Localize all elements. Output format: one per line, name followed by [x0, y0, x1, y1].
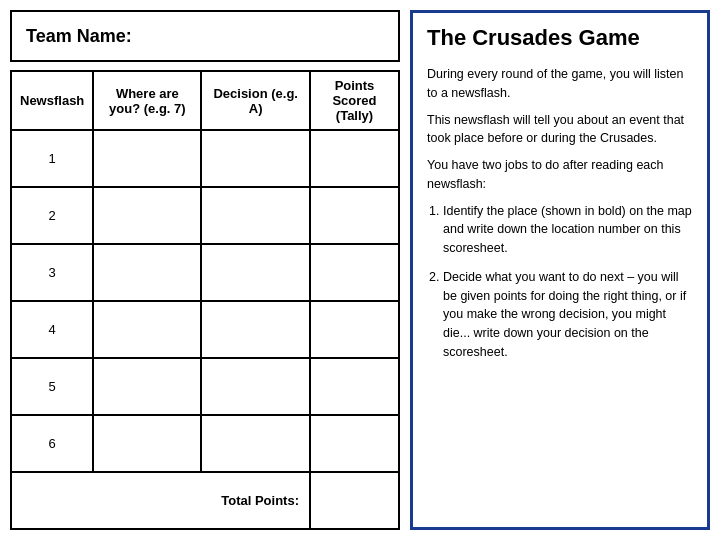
total-label: Total Points:	[11, 472, 310, 529]
row-num-5: 5	[11, 358, 93, 415]
header-newsflash: Newsflash	[11, 71, 93, 130]
table-row: 5	[11, 358, 399, 415]
page-title: The Crusades Game	[427, 25, 693, 51]
right-panel: The Crusades Game During every round of …	[410, 10, 710, 530]
intro-para-2: This newsflash will tell you about an ev…	[427, 111, 693, 149]
table-row: 1	[11, 130, 399, 187]
team-name-label: Team Name:	[26, 26, 132, 47]
table-row: 6	[11, 415, 399, 472]
job-1-text: Identify the place (shown in bold) on th…	[443, 204, 692, 256]
row-num-4: 4	[11, 301, 93, 358]
job-2-text: Decide what you want to do next – you wi…	[443, 270, 686, 359]
row-num-3: 3	[11, 244, 93, 301]
header-decision: Decision (e.g. A)	[201, 71, 310, 130]
header-points: Points Scored (Tally)	[310, 71, 399, 130]
right-body: During every round of the game, you will…	[427, 65, 693, 372]
total-row: Total Points:	[11, 472, 399, 529]
header-where: Where are you? (e.g. 7)	[93, 71, 201, 130]
job-1-item: Identify the place (shown in bold) on th…	[443, 202, 693, 258]
table-row: 4	[11, 301, 399, 358]
job-2-item: Decide what you want to do next – you wi…	[443, 268, 693, 362]
row-num-2: 2	[11, 187, 93, 244]
team-name-box[interactable]: Team Name:	[10, 10, 400, 62]
intro-para-1: During every round of the game, you will…	[427, 65, 693, 103]
table-row: 2	[11, 187, 399, 244]
left-panel: Team Name: Newsflash Where are you? (e.g…	[10, 10, 400, 530]
row-num-1: 1	[11, 130, 93, 187]
score-table: Newsflash Where are you? (e.g. 7) Decisi…	[10, 70, 400, 530]
jobs-intro: You have two jobs to do after reading ea…	[427, 156, 693, 194]
table-row: 3	[11, 244, 399, 301]
row-num-6: 6	[11, 415, 93, 472]
